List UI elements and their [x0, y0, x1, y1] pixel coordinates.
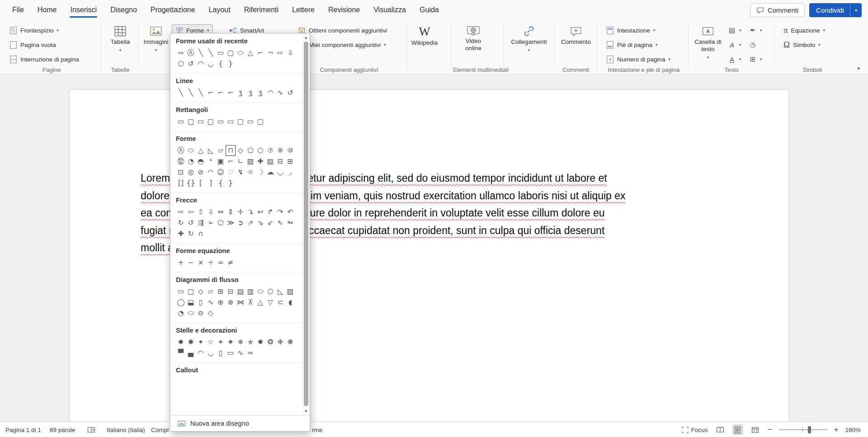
- shape-item[interactable]: ✦: [196, 337, 206, 348]
- shape-item[interactable]: ◠: [196, 348, 206, 358]
- shape-item[interactable]: ▨: [285, 286, 295, 297]
- simbolo-button[interactable]: Ω Simbolo ▾: [780, 39, 823, 51]
- shape-item[interactable]: ❂: [265, 337, 275, 348]
- shape-item[interactable]: {}: [186, 178, 196, 188]
- shape-item[interactable]: ❛: [206, 156, 216, 167]
- scrollbar-up-arrow[interactable]: ▲: [302, 35, 310, 40]
- shape-item[interactable]: ♡: [226, 167, 236, 178]
- shape-item[interactable]: ↺: [285, 87, 295, 98]
- oggetto-button[interactable]: ⊞▾: [747, 53, 768, 65]
- shape-item[interactable]: ➢: [206, 217, 216, 228]
- shape-item[interactable]: Ⓐ: [186, 47, 196, 58]
- shape-item[interactable]: ◯: [176, 297, 186, 308]
- shape-item[interactable]: ▭: [196, 116, 206, 127]
- shape-item[interactable]: ⊡: [176, 167, 186, 178]
- tab-lettere[interactable]: Lettere: [285, 1, 321, 19]
- shape-item[interactable]: ⬡: [265, 286, 275, 297]
- interruzione-pagina-button[interactable]: Interruzione di pagina: [6, 53, 82, 65]
- print-layout-button[interactable]: [732, 424, 743, 435]
- tab-visualizza[interactable]: Visualizza: [367, 1, 413, 19]
- shape-item[interactable]: ⇩: [206, 207, 216, 217]
- tab-riferimenti[interactable]: Riferimenti: [237, 1, 285, 19]
- shape-item[interactable]: ➲: [236, 217, 245, 228]
- pie-di-pagina-button[interactable]: Piè di pagina ▾: [603, 39, 661, 51]
- shape-item[interactable]: ⌐: [216, 87, 226, 98]
- shape-item[interactable]: ▤: [236, 286, 245, 297]
- shape-item[interactable]: ⬡: [255, 145, 265, 156]
- wordart-button[interactable]: A▾: [726, 39, 747, 51]
- shape-item[interactable]: ▽: [265, 297, 275, 308]
- tab-inserisci[interactable]: Inserisci: [63, 1, 104, 19]
- shape-item[interactable]: ⇖: [275, 217, 285, 228]
- shape-item[interactable]: −: [186, 257, 196, 268]
- shape-item[interactable]: ⊼: [245, 297, 255, 308]
- scrollbar-thumb[interactable]: [304, 42, 308, 406]
- tab-progettazione[interactable]: Progettazione: [144, 1, 202, 19]
- zoom-slider[interactable]: [779, 426, 827, 433]
- shape-item[interactable]: ▢: [186, 116, 196, 127]
- shape-item[interactable]: ▣: [216, 156, 226, 167]
- shape-item[interactable]: ↱: [265, 207, 275, 217]
- shape-item[interactable]: ✷: [226, 337, 236, 348]
- shape-item[interactable]: ⇕: [226, 207, 236, 217]
- shape-item[interactable]: }: [226, 178, 236, 188]
- shape-item[interactable]: ❉: [275, 337, 285, 348]
- shape-item[interactable]: ✵: [236, 337, 245, 348]
- shape-item[interactable]: ×: [196, 257, 206, 268]
- shape-item[interactable]: ▱: [216, 145, 226, 156]
- shape-item[interactable]: ∟: [236, 156, 245, 167]
- shape-item[interactable]: ◔: [186, 156, 196, 167]
- shape-item[interactable]: ✚: [176, 228, 186, 239]
- shape-item[interactable]: ∿: [275, 87, 285, 98]
- shape-item[interactable]: ↩: [255, 207, 265, 217]
- read-mode-button[interactable]: [715, 424, 726, 435]
- shapes-menu-scrollbar[interactable]: ▲ ▼: [302, 33, 310, 415]
- pagina-vuota-button[interactable]: Pagina vuota: [6, 39, 59, 51]
- shape-item[interactable]: ⇧: [196, 207, 206, 217]
- shape-item[interactable]: ▀: [176, 348, 186, 358]
- shape-item[interactable]: ↬: [285, 217, 295, 228]
- video-online-button[interactable]: Video online: [458, 23, 489, 54]
- shape-item[interactable]: ◇: [206, 308, 216, 319]
- shape-item[interactable]: ⇦: [186, 207, 196, 217]
- shape-item[interactable]: △: [255, 297, 265, 308]
- shape-item[interactable]: ╲: [206, 47, 216, 58]
- tab-layout[interactable]: Layout: [202, 1, 237, 19]
- tab-home[interactable]: Home: [31, 1, 64, 19]
- shape-item[interactable]: ⊟: [226, 286, 236, 297]
- shape-item[interactable]: ◓: [196, 156, 206, 167]
- shape-item[interactable]: ╲: [176, 87, 186, 98]
- shape-item[interactable]: ▤: [265, 156, 275, 167]
- shape-item[interactable]: ⬓: [186, 297, 196, 308]
- shape-item[interactable]: ◔: [176, 308, 186, 319]
- shape-item[interactable]: ≫: [226, 217, 236, 228]
- shape-item[interactable]: ʒ: [245, 87, 255, 98]
- proofing-errors-icon[interactable]: [87, 422, 96, 437]
- shape-item[interactable]: ▯: [216, 348, 226, 358]
- shape-item[interactable]: ◺: [206, 145, 216, 156]
- collegamenti-button[interactable]: Collegamenti ▾: [510, 23, 548, 56]
- shape-item[interactable]: ◠: [265, 87, 275, 98]
- shape-item[interactable]: ∿: [236, 348, 245, 358]
- shape-item[interactable]: ⌐: [226, 87, 236, 98]
- shape-item[interactable]: ✛: [236, 207, 245, 217]
- shape-item[interactable]: ⇗: [245, 217, 255, 228]
- shape-item[interactable]: ◠: [196, 58, 206, 69]
- equazione-button[interactable]: π Equazione ▾: [780, 24, 828, 36]
- shape-item[interactable]: ◠: [206, 167, 216, 178]
- parti-rapide-button[interactable]: ▤▾: [726, 24, 747, 36]
- shape-item[interactable]: ◡: [206, 58, 216, 69]
- shape-item[interactable]: ⇔: [216, 207, 226, 217]
- shape-item[interactable]: ✚: [255, 156, 265, 167]
- shape-item[interactable]: ▭: [226, 116, 236, 127]
- shape-item[interactable]: ↻: [186, 228, 196, 239]
- shape-item[interactable]: ▭: [176, 286, 186, 297]
- shape-item[interactable]: ◺: [275, 286, 285, 297]
- shape-item[interactable]: ⌐: [206, 87, 216, 98]
- shape-item[interactable]: =: [216, 257, 226, 268]
- shape-item[interactable]: ✶: [216, 337, 226, 348]
- shape-item[interactable]: ↯: [236, 167, 245, 178]
- wikipedia-button[interactable]: W Wikipedia: [406, 23, 443, 48]
- zoom-slider-thumb[interactable]: [808, 426, 811, 433]
- shape-item[interactable]: ╲: [196, 47, 206, 58]
